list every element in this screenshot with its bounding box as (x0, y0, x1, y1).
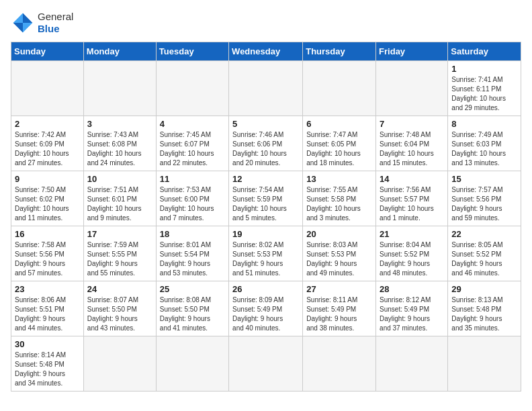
day-number: 4 (160, 119, 225, 129)
day-number: 9 (15, 174, 80, 184)
day-info: Sunrise: 7:55 AM Sunset: 5:58 PM Dayligh… (306, 185, 372, 223)
calendar-cell: 15Sunrise: 7:57 AM Sunset: 5:56 PM Dayli… (448, 171, 521, 226)
day-number: 26 (232, 284, 299, 294)
day-info: Sunrise: 8:02 AM Sunset: 5:53 PM Dayligh… (232, 240, 299, 278)
day-info: Sunrise: 8:08 AM Sunset: 5:50 PM Dayligh… (160, 295, 225, 333)
day-info: Sunrise: 7:56 AM Sunset: 5:57 PM Dayligh… (380, 185, 444, 223)
day-number: 18 (160, 229, 225, 239)
day-info: Sunrise: 8:05 AM Sunset: 5:52 PM Dayligh… (451, 240, 517, 278)
day-number: 3 (87, 119, 152, 129)
calendar-cell (83, 336, 156, 392)
weekday-header-thursday: Thursday (303, 42, 376, 61)
calendar-week-row: 2Sunrise: 7:42 AM Sunset: 6:09 PM Daylig… (11, 116, 521, 171)
calendar-cell: 19Sunrise: 8:02 AM Sunset: 5:53 PM Dayli… (229, 226, 303, 281)
calendar-cell: 12Sunrise: 7:54 AM Sunset: 5:59 PM Dayli… (229, 171, 303, 226)
logo-general: General (38, 11, 73, 22)
day-number: 10 (87, 174, 152, 184)
day-number: 15 (451, 174, 517, 184)
day-number: 19 (232, 229, 299, 239)
day-number: 6 (306, 119, 372, 129)
day-number: 13 (306, 174, 372, 184)
svg-marker-0 (23, 13, 32, 23)
calendar-cell: 10Sunrise: 7:51 AM Sunset: 6:01 PM Dayli… (83, 171, 156, 226)
day-info: Sunrise: 8:04 AM Sunset: 5:52 PM Dayligh… (380, 240, 444, 278)
calendar-cell: 6Sunrise: 7:47 AM Sunset: 6:05 PM Daylig… (303, 116, 376, 171)
weekday-header-wednesday: Wednesday (229, 42, 303, 61)
day-info: Sunrise: 7:45 AM Sunset: 6:07 PM Dayligh… (160, 130, 225, 168)
day-info: Sunrise: 8:09 AM Sunset: 5:49 PM Dayligh… (232, 295, 299, 333)
weekday-header-sunday: Sunday (11, 42, 84, 61)
day-info: Sunrise: 8:14 AM Sunset: 5:48 PM Dayligh… (15, 351, 80, 388)
calendar-cell: 2Sunrise: 7:42 AM Sunset: 6:09 PM Daylig… (11, 116, 84, 171)
day-number: 8 (451, 119, 517, 129)
calendar-cell: 7Sunrise: 7:48 AM Sunset: 6:04 PM Daylig… (376, 116, 448, 171)
day-number: 24 (87, 284, 152, 294)
day-info: Sunrise: 7:59 AM Sunset: 5:55 PM Dayligh… (87, 240, 152, 278)
calendar-cell: 18Sunrise: 8:01 AM Sunset: 5:54 PM Dayli… (156, 226, 228, 281)
calendar-table: SundayMondayTuesdayWednesdayThursdayFrid… (11, 42, 521, 392)
calendar-cell: 3Sunrise: 7:43 AM Sunset: 6:08 PM Daylig… (83, 116, 156, 171)
calendar-cell (83, 61, 156, 116)
day-info: Sunrise: 7:57 AM Sunset: 5:56 PM Dayligh… (451, 185, 517, 223)
day-info: Sunrise: 8:06 AM Sunset: 5:51 PM Dayligh… (15, 295, 80, 333)
calendar-cell: 9Sunrise: 7:50 AM Sunset: 6:02 PM Daylig… (11, 171, 84, 226)
weekday-header-row: SundayMondayTuesdayWednesdayThursdayFrid… (11, 42, 521, 61)
day-number: 25 (160, 284, 225, 294)
calendar-week-row: 30Sunrise: 8:14 AM Sunset: 5:48 PM Dayli… (11, 336, 521, 392)
day-number: 1 (451, 64, 517, 74)
day-info: Sunrise: 7:49 AM Sunset: 6:03 PM Dayligh… (451, 130, 517, 168)
logo: General Blue (11, 11, 73, 35)
day-info: Sunrise: 8:01 AM Sunset: 5:54 PM Dayligh… (160, 240, 225, 278)
calendar-cell: 4Sunrise: 7:45 AM Sunset: 6:07 PM Daylig… (156, 116, 228, 171)
day-info: Sunrise: 8:13 AM Sunset: 5:48 PM Dayligh… (451, 295, 517, 333)
calendar-header: SundayMondayTuesdayWednesdayThursdayFrid… (11, 42, 521, 61)
day-info: Sunrise: 7:54 AM Sunset: 5:59 PM Dayligh… (232, 185, 299, 223)
day-info: Sunrise: 8:11 AM Sunset: 5:49 PM Dayligh… (306, 295, 372, 333)
calendar-body: 1Sunrise: 7:41 AM Sunset: 6:11 PM Daylig… (11, 61, 521, 392)
calendar-cell: 23Sunrise: 8:06 AM Sunset: 5:51 PM Dayli… (11, 281, 84, 336)
calendar-cell (156, 61, 228, 116)
day-info: Sunrise: 7:53 AM Sunset: 6:00 PM Dayligh… (160, 185, 225, 223)
calendar-cell: 29Sunrise: 8:13 AM Sunset: 5:48 PM Dayli… (448, 281, 521, 336)
calendar-cell (303, 61, 376, 116)
day-info: Sunrise: 7:58 AM Sunset: 5:56 PM Dayligh… (15, 240, 80, 278)
day-info: Sunrise: 7:50 AM Sunset: 6:02 PM Dayligh… (15, 185, 80, 223)
page-header: General Blue (11, 11, 521, 35)
calendar-cell: 17Sunrise: 7:59 AM Sunset: 5:55 PM Dayli… (83, 226, 156, 281)
day-number: 12 (232, 174, 299, 184)
calendar-cell: 8Sunrise: 7:49 AM Sunset: 6:03 PM Daylig… (448, 116, 521, 171)
day-number: 11 (160, 174, 225, 184)
day-number: 30 (15, 339, 80, 349)
calendar-cell (229, 61, 303, 116)
day-number: 29 (451, 284, 517, 294)
day-info: Sunrise: 8:03 AM Sunset: 5:53 PM Dayligh… (306, 240, 372, 278)
day-number: 2 (15, 119, 80, 129)
calendar-cell: 27Sunrise: 8:11 AM Sunset: 5:49 PM Dayli… (303, 281, 376, 336)
calendar-cell: 24Sunrise: 8:07 AM Sunset: 5:50 PM Dayli… (83, 281, 156, 336)
day-number: 28 (380, 284, 444, 294)
calendar-cell: 30Sunrise: 8:14 AM Sunset: 5:48 PM Dayli… (11, 336, 84, 392)
weekday-header-friday: Friday (376, 42, 448, 61)
calendar-cell: 5Sunrise: 7:46 AM Sunset: 6:06 PM Daylig… (229, 116, 303, 171)
day-info: Sunrise: 7:51 AM Sunset: 6:01 PM Dayligh… (87, 185, 152, 223)
day-info: Sunrise: 7:48 AM Sunset: 6:04 PM Dayligh… (380, 130, 444, 168)
svg-marker-2 (13, 13, 23, 23)
calendar-cell: 22Sunrise: 8:05 AM Sunset: 5:52 PM Dayli… (448, 226, 521, 281)
calendar-cell (156, 336, 228, 392)
calendar-week-row: 1Sunrise: 7:41 AM Sunset: 6:11 PM Daylig… (11, 61, 521, 116)
calendar-cell: 13Sunrise: 7:55 AM Sunset: 5:58 PM Dayli… (303, 171, 376, 226)
calendar-cell (448, 336, 521, 392)
weekday-header-tuesday: Tuesday (156, 42, 228, 61)
day-number: 14 (380, 174, 444, 184)
calendar-cell: 21Sunrise: 8:04 AM Sunset: 5:52 PM Dayli… (376, 226, 448, 281)
calendar-cell (376, 61, 448, 116)
calendar-cell: 1Sunrise: 7:41 AM Sunset: 6:11 PM Daylig… (448, 61, 521, 116)
day-info: Sunrise: 8:07 AM Sunset: 5:50 PM Dayligh… (87, 295, 152, 333)
day-number: 7 (380, 119, 444, 129)
calendar-cell: 11Sunrise: 7:53 AM Sunset: 6:00 PM Dayli… (156, 171, 228, 226)
day-number: 27 (306, 284, 372, 294)
day-number: 23 (15, 284, 80, 294)
calendar-week-row: 9Sunrise: 7:50 AM Sunset: 6:02 PM Daylig… (11, 171, 521, 226)
day-info: Sunrise: 7:42 AM Sunset: 6:09 PM Dayligh… (15, 130, 80, 168)
day-info: Sunrise: 8:12 AM Sunset: 5:49 PM Dayligh… (380, 295, 444, 333)
